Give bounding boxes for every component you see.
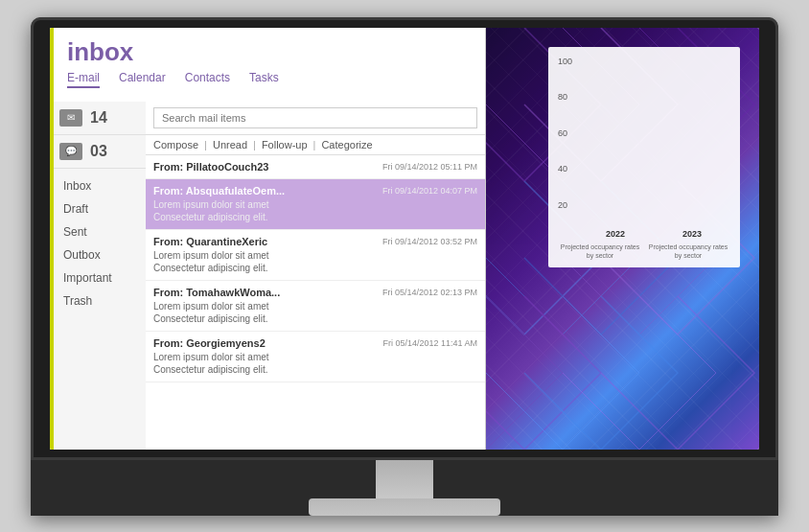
chart-panel: 100 80 60 40 20: [486, 28, 759, 450]
email-sender-2: From: AbsquafuIateOem...: [153, 185, 285, 197]
y-label-20: 20: [558, 200, 572, 210]
nav-tasks[interactable]: Tasks: [249, 71, 279, 88]
sidebar-item-important[interactable]: Important: [50, 266, 146, 289]
email-toolbar: Compose | Unread | Follow-up | Categoriz…: [146, 135, 485, 155]
sidebar-item-outbox[interactable]: Outbox: [50, 243, 146, 266]
categorize-button[interactable]: Categorize: [321, 139, 372, 150]
email-header: inbox E-mail Calendar Contacts Tasks: [50, 28, 485, 102]
chart-bars-area: [577, 57, 730, 210]
email-count: 14: [90, 109, 107, 127]
email-preview-2: Lorem ipsum dolor sit ametConsectetur ad…: [153, 198, 477, 223]
monitor-screen: inbox E-mail Calendar Contacts Tasks ✉ 1…: [50, 28, 759, 450]
monitor-stand-neck: [376, 460, 433, 497]
sidebar-nav: Inbox Draft Sent Outbox Important Trash: [50, 169, 146, 318]
email-item-5[interactable]: From: Georgiemyens2 Fri 05/14/2012 11:41…: [146, 332, 485, 382]
sidebar-item-inbox[interactable]: Inbox: [50, 174, 146, 197]
nav-email[interactable]: E-mail: [67, 71, 100, 88]
y-label-60: 60: [558, 128, 572, 138]
email-nav: E-mail Calendar Contacts Tasks: [67, 71, 472, 88]
chart-year-2023: 2023: [654, 229, 730, 239]
email-date-5: Fri 05/14/2012 11:41 AM: [382, 338, 477, 348]
followup-button[interactable]: Follow-up: [262, 139, 308, 150]
nav-contacts[interactable]: Contacts: [185, 71, 230, 88]
chart-sublabel-2022: Projected occupancy rates by sector: [558, 243, 642, 260]
email-date-1: Fri 09/14/2012 05:11 PM: [382, 162, 477, 172]
monitor: inbox E-mail Calendar Contacts Tasks ✉ 1…: [31, 17, 778, 516]
email-body: ✉ 14 💬 03 Inbox Draft Sent Outbox I: [50, 102, 485, 450]
chat-badge: 💬 03: [50, 135, 146, 169]
email-date-3: Fri 09/14/2012 03:52 PM: [382, 237, 477, 246]
chart-year-labels: 2022 2023: [577, 229, 730, 239]
email-item-3[interactable]: From: QuarantineXeric Fri 09/14/2012 03:…: [146, 230, 485, 281]
email-panel: inbox E-mail Calendar Contacts Tasks ✉ 1…: [50, 28, 486, 450]
email-sender-1: From: PillatooCouch23: [153, 161, 268, 173]
email-item-4[interactable]: From: TomahawkWoma... Fri 05/14/2012 02:…: [146, 281, 485, 332]
email-list: From: PillatooCouch23 Fri 09/14/2012 05:…: [146, 155, 485, 450]
email-main: Compose | Unread | Follow-up | Categoriz…: [146, 102, 485, 450]
y-label-40: 40: [558, 164, 572, 173]
chart-year-2022: 2022: [577, 229, 654, 239]
y-label-80: 80: [558, 92, 572, 102]
compose-button[interactable]: Compose: [153, 139, 198, 150]
envelope-icon: ✉: [59, 109, 82, 127]
email-sender-3: From: QuarantineXeric: [153, 236, 267, 247]
nav-calendar[interactable]: Calendar: [119, 71, 166, 88]
sidebar-item-sent[interactable]: Sent: [50, 220, 146, 243]
chat-icon: 💬: [59, 143, 82, 160]
chart-sublabel-2023: Projected occupancy rates by sector: [646, 243, 730, 260]
email-date-2: Fri 09/14/2012 04:07 PM: [382, 186, 477, 196]
monitor-bezel: inbox E-mail Calendar Contacts Tasks ✉ 1…: [31, 17, 778, 461]
search-input[interactable]: [153, 107, 477, 128]
sidebar-item-trash[interactable]: Trash: [50, 289, 146, 312]
email-date-4: Fri 05/14/2012 02:13 PM: [382, 288, 477, 297]
unread-button[interactable]: Unread: [213, 139, 247, 150]
email-sender-4: From: TomahawkWoma...: [153, 287, 280, 298]
chart-y-axis: 100 80 60 40 20: [558, 57, 572, 210]
email-item-1[interactable]: From: PillatooCouch23 Fri 09/14/2012 05:…: [146, 155, 485, 179]
email-sender-5: From: Georgiemyens2: [153, 337, 266, 349]
email-badge: ✉ 14: [50, 102, 146, 135]
y-label-100: 100: [558, 57, 572, 66]
email-sidebar: ✉ 14 💬 03 Inbox Draft Sent Outbox I: [50, 102, 146, 450]
monitor-stand-base: [309, 498, 500, 516]
chart-sublabels: Projected occupancy rates by sector Proj…: [558, 243, 730, 260]
sidebar-item-draft[interactable]: Draft: [50, 197, 146, 220]
email-preview-4: Lorem ipsum dolor sit ametConsectetur ad…: [153, 300, 477, 325]
email-search-bar: [146, 102, 485, 135]
app-title: inbox: [67, 37, 472, 67]
email-item-2[interactable]: From: AbsquafuIateOem... Fri 09/14/2012 …: [146, 179, 485, 230]
chat-count: 03: [90, 143, 107, 160]
email-preview-5: Lorem ipsum dolor sit ametConsectetur ad…: [153, 351, 477, 376]
email-preview-3: Lorem ipsum dolor sit ametConsectetur ad…: [153, 249, 477, 274]
bar-chart: 100 80 60 40 20: [548, 47, 740, 267]
